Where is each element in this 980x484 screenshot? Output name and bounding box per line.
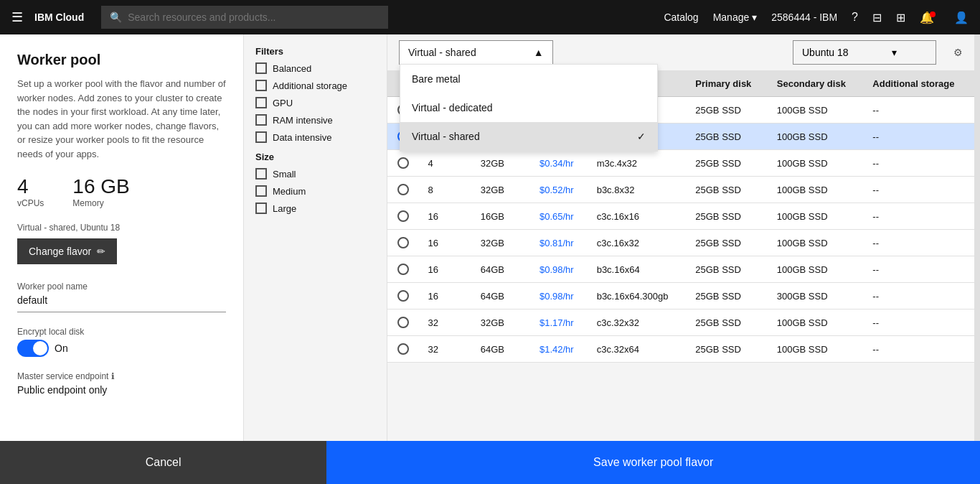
- table-row[interactable]: 3264GB$1.42/hrc3c.32x6425GB SSD100GB SSD…: [387, 336, 974, 363]
- radio-8[interactable]: [397, 317, 409, 328]
- type-dropdown-label: Virtual - shared: [408, 47, 476, 58]
- memory-label: Memory: [72, 198, 129, 208]
- manage-link[interactable]: Manage ▾: [713, 11, 758, 23]
- type-dropdown[interactable]: Virtual - shared ▲ Bare metal Virtual - …: [399, 40, 553, 65]
- filter-type-additional-storage[interactable]: Additional storage: [255, 80, 375, 91]
- calculator-icon[interactable]: ⊞: [896, 11, 905, 24]
- radio-7[interactable]: [397, 290, 409, 302]
- dashboard-icon[interactable]: ⊟: [872, 11, 882, 24]
- dropdown-item-virtual-dedicated[interactable]: Virtual - dedicated: [400, 93, 657, 122]
- worker-pool-desc: Set up a worker pool with the flavor and…: [17, 77, 226, 161]
- help-icon[interactable]: ?: [852, 11, 858, 24]
- table-row[interactable]: 1664GB$0.98/hrb3c.16x64.300gb25GB SSD300…: [387, 283, 974, 310]
- info-icon: ℹ: [111, 371, 115, 381]
- table-row[interactable]: 1632GB$0.81/hrc3c.16x3225GB SSD100GB SSD…: [387, 230, 974, 256]
- col-header-6: Secondary disk: [768, 71, 864, 97]
- account-selector[interactable]: 2586444 - IBM: [771, 11, 837, 23]
- toggle-row: On: [17, 340, 226, 357]
- filter-cb-1: [255, 80, 267, 91]
- brand-label: IBM Cloud: [34, 11, 84, 23]
- type-selector-row: Virtual - shared ▲ Bare metal Virtual - …: [387, 34, 974, 71]
- table-row[interactable]: 1616GB$0.65/hrc3c.16x1625GB SSD100GB SSD…: [387, 203, 974, 230]
- col-header-7: Additional storage: [864, 71, 974, 97]
- size-label: Size: [255, 152, 375, 162]
- user-icon[interactable]: 👤: [954, 11, 969, 24]
- nav-links: Catalog Manage ▾ 2586444 - IBM ? ⊟ ⊞ 🔔 👤: [664, 11, 969, 24]
- filter-cb-2: [255, 97, 267, 108]
- left-panel: Worker pool Set up a worker pool with th…: [0, 34, 244, 484]
- filter-size-cb-2: [255, 203, 267, 214]
- worker-pool-name-value: default: [17, 294, 226, 312]
- table-row[interactable]: 3232GB$1.17/hrc3c.32x3225GB SSD100GB SSD…: [387, 310, 974, 336]
- filter-type-ram-intensive[interactable]: RAM intensive: [255, 114, 375, 126]
- radio-3[interactable]: [397, 184, 409, 195]
- type-dropdown-arrow: ▲: [534, 47, 544, 58]
- cancel-button[interactable]: Cancel: [0, 441, 326, 484]
- filter-size-medium[interactable]: Medium: [255, 185, 375, 197]
- vcpus-value: 4: [17, 175, 44, 198]
- os-label: Ubuntu 18: [802, 47, 849, 58]
- endpoint-field: Master service endpoint ℹ Public endpoin…: [17, 371, 226, 396]
- filter-size-large[interactable]: Large: [255, 203, 375, 214]
- notification-badge: [930, 11, 936, 17]
- search-bar[interactable]: 🔍: [101, 6, 388, 29]
- search-input[interactable]: [128, 11, 380, 23]
- filter-type-data-intensive[interactable]: Data intensive: [255, 131, 375, 143]
- current-config: Virtual - shared, Ubuntu 18: [17, 223, 226, 233]
- change-flavor-button[interactable]: Change flavor ✏: [17, 238, 117, 264]
- filter-sidebar: Filters BalancedAdditional storageGPURAM…: [244, 34, 387, 484]
- col-header-5: Primary disk: [687, 71, 768, 97]
- filter-size-cb-1: [255, 185, 267, 197]
- table-area: Virtual - shared ▲ Bare metal Virtual - …: [387, 34, 974, 484]
- search-icon: 🔍: [110, 11, 122, 23]
- type-dropdown-menu: Bare metal Virtual - dedicated Virtual -…: [400, 64, 658, 152]
- worker-info: 4 vCPUs 16 GB Memory: [17, 175, 226, 208]
- dropdown-item-bare-metal[interactable]: Bare metal: [400, 65, 657, 93]
- table-row[interactable]: 432GB$0.34/hrm3c.4x3225GB SSD100GB SSD--: [387, 150, 974, 177]
- os-dropdown[interactable]: Ubuntu 18 ▾: [793, 40, 936, 65]
- notifications-icon[interactable]: 🔔: [920, 11, 940, 24]
- toggle-label: On: [55, 343, 68, 354]
- top-nav: ☰ IBM Cloud 🔍 Catalog Manage ▾ 2586444 -…: [0, 0, 980, 34]
- encrypt-label: Encrypt local disk: [17, 327, 226, 337]
- endpoint-label: Master service endpoint ℹ: [17, 371, 226, 381]
- settings-icon[interactable]: ⚙: [953, 47, 963, 58]
- bottom-bar: Cancel Save worker pool flavor: [0, 441, 980, 484]
- filter-size-cb-0: [255, 168, 267, 180]
- filter-cb-0: [255, 62, 267, 74]
- filter-type-balanced[interactable]: Balanced: [255, 62, 375, 74]
- dropdown-item-virtual-shared[interactable]: Virtual - shared ✓: [400, 122, 657, 151]
- worker-pool-name-field: Worker pool name default: [17, 281, 226, 312]
- table-row[interactable]: 1664GB$0.98/hrb3c.16x6425GB SSD100GB SSD…: [387, 256, 974, 283]
- save-button[interactable]: Save worker pool flavor: [326, 441, 980, 484]
- main-layout: Worker pool Set up a worker pool with th…: [0, 34, 980, 484]
- filter-cb-4: [255, 131, 267, 143]
- filter-type-gpu[interactable]: GPU: [255, 97, 375, 108]
- radio-5[interactable]: [397, 237, 409, 248]
- worker-pool-title: Worker pool: [17, 52, 226, 68]
- filter-types: BalancedAdditional storageGPURAM intensi…: [255, 62, 375, 143]
- edit-icon: ✏: [97, 246, 105, 257]
- memory-value: 16 GB: [72, 175, 129, 198]
- check-icon: ✓: [637, 131, 646, 142]
- toggle-knob: [33, 341, 47, 355]
- menu-icon[interactable]: ☰: [11, 9, 23, 25]
- radio-6[interactable]: [397, 264, 409, 275]
- radio-2[interactable]: [397, 157, 409, 169]
- filter-sizes: SmallMediumLarge: [255, 168, 375, 214]
- worker-pool-name-label: Worker pool name: [17, 281, 226, 292]
- radio-4[interactable]: [397, 210, 409, 222]
- vcpus-label: vCPUs: [17, 198, 44, 208]
- radio-9[interactable]: [397, 343, 409, 355]
- content-area: Filters BalancedAdditional storageGPURAM…: [244, 34, 980, 484]
- table-row[interactable]: 832GB$0.52/hrb3c.8x3225GB SSD100GB SSD--: [387, 177, 974, 203]
- catalog-link[interactable]: Catalog: [664, 11, 698, 23]
- vcpus-stat: 4 vCPUs: [17, 175, 44, 208]
- memory-stat: 16 GB Memory: [72, 175, 129, 208]
- right-scrollbar[interactable]: [974, 34, 980, 484]
- filter-size-small[interactable]: Small: [255, 168, 375, 180]
- encrypt-toggle[interactable]: [17, 340, 49, 357]
- os-arrow: ▾: [892, 47, 897, 58]
- filter-section-title: Filters: [255, 46, 375, 57]
- filter-cb-3: [255, 114, 267, 126]
